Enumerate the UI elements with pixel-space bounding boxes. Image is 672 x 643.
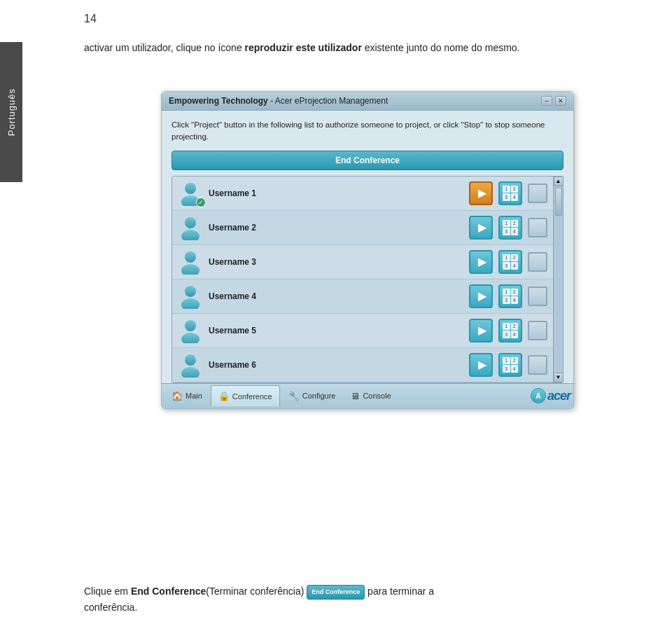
- tab-main[interactable]: 🏠Main: [164, 385, 209, 406]
- grid-button[interactable]: 1234: [498, 216, 522, 240]
- grid-cell: 4: [511, 193, 519, 201]
- scrollbar-thumb[interactable]: [555, 188, 562, 216]
- grid-cell: 4: [511, 262, 519, 270]
- bottom-text1: Clique em: [84, 586, 131, 597]
- grid-button[interactable]: 1234: [498, 319, 522, 343]
- user-icon: [178, 249, 203, 275]
- scrollbar-track: [554, 186, 563, 373]
- grid-cell: 3: [503, 331, 510, 338]
- svg-point-10: [185, 354, 196, 366]
- acer-logo: acer: [547, 389, 570, 403]
- stop-button[interactable]: [528, 184, 547, 203]
- title-normal: - Acer eProjection Management: [268, 96, 388, 106]
- close-button[interactable]: ✕: [555, 96, 566, 106]
- grid-button[interactable]: 1234: [498, 250, 522, 274]
- bottom-text4: conferência.: [84, 602, 137, 613]
- scrollbar-down-button[interactable]: ▼: [554, 373, 564, 382]
- grid-button[interactable]: 1234: [498, 284, 522, 308]
- app-window: Empowering Technology - Acer eProjection…: [161, 91, 574, 409]
- title-bar-text: Empowering Technology - Acer eProjection…: [169, 96, 388, 106]
- user-list-wrapper: ✓Username 1▶1234 Username 2▶1234: [172, 176, 564, 383]
- configure-tab-icon: 🔧: [288, 391, 300, 401]
- end-conference-button[interactable]: End Conference: [172, 151, 564, 170]
- svg-point-4: [185, 251, 196, 263]
- console-tab-label: Console: [363, 392, 391, 400]
- console-tab-icon: 🖥: [351, 391, 360, 401]
- grid-button[interactable]: 1234: [498, 181, 522, 205]
- user-icon-area: ✓: [178, 181, 203, 206]
- play-icon: ▶: [478, 358, 486, 371]
- stop-button[interactable]: [528, 321, 547, 340]
- grid-cell: 3: [503, 296, 510, 304]
- play-icon: ▶: [478, 221, 486, 234]
- stop-button[interactable]: [528, 286, 547, 306]
- svg-point-9: [181, 333, 200, 343]
- user-icon: [178, 215, 203, 240]
- user-row: Username 2▶1234: [172, 211, 553, 245]
- grid-cell: 3: [503, 365, 510, 373]
- grid-cell: 2: [511, 357, 519, 365]
- user-row: Username 3▶1234: [172, 245, 553, 279]
- svg-point-7: [181, 298, 200, 309]
- svg-point-3: [181, 230, 200, 240]
- tab-configure[interactable]: 🔧Configure: [281, 385, 343, 406]
- svg-point-6: [185, 286, 196, 297]
- configure-tab-label: Configure: [302, 392, 336, 400]
- user-icon-area: [178, 284, 203, 309]
- user-icon: [178, 284, 203, 309]
- play-button[interactable]: ▶: [469, 284, 493, 308]
- grid-cell: 3: [503, 262, 510, 270]
- grid-cell: 2: [511, 289, 519, 296]
- grid-cell: 1: [503, 323, 510, 331]
- username-label: Username 6: [209, 360, 463, 370]
- user-row: Username 6▶1234: [172, 348, 553, 382]
- svg-point-5: [181, 264, 200, 275]
- scrollbar-up-button[interactable]: ▲: [554, 177, 564, 186]
- bottom-tabs: 🏠Main🔒Conference🔧Configure🖥ConsoleAacer: [162, 383, 573, 408]
- grid-cell: 3: [503, 228, 510, 235]
- stop-button[interactable]: [528, 218, 547, 237]
- title-bold: Empowering Technology: [169, 96, 268, 106]
- grid-cell: 2: [511, 323, 519, 331]
- play-button[interactable]: ▶: [469, 353, 493, 377]
- stop-button[interactable]: [528, 252, 547, 272]
- svg-point-2: [185, 217, 196, 228]
- user-row: ✓Username 1▶1234: [172, 177, 553, 211]
- svg-point-8: [185, 320, 196, 331]
- grid-cell: 1: [503, 220, 510, 228]
- intro-text-part1: activar um utilizador, clique no ícone: [84, 42, 245, 53]
- play-button[interactable]: ▶: [469, 216, 493, 240]
- intro-text: activar um utilizador, clique no ícone r…: [84, 41, 651, 55]
- grid-cell: 2: [511, 186, 519, 193]
- play-icon: ▶: [478, 255, 486, 268]
- user-icon: [178, 318, 203, 343]
- grid-button[interactable]: 1234: [498, 353, 522, 377]
- circle-a-button[interactable]: A: [531, 388, 546, 403]
- stop-button[interactable]: [528, 355, 547, 375]
- main-tab-label: Main: [186, 392, 202, 400]
- user-row: Username 5▶1234: [172, 314, 553, 348]
- active-checkmark-badge: ✓: [196, 198, 206, 207]
- language-label: Português: [6, 88, 17, 136]
- play-button[interactable]: ▶: [469, 250, 493, 274]
- grid-cell: 4: [511, 296, 519, 304]
- intro-text-part2: existente junto do nome do mesmo.: [362, 42, 520, 53]
- user-list: ✓Username 1▶1234 Username 2▶1234: [172, 177, 553, 382]
- instruction-text: Click "Project" button in the following …: [172, 119, 564, 144]
- bottom-text3: para terminar a: [365, 586, 434, 597]
- username-label: Username 3: [209, 257, 463, 267]
- minimize-button[interactable]: ─: [541, 96, 552, 106]
- grid-cell: 4: [511, 365, 519, 373]
- play-button[interactable]: ▶: [469, 319, 493, 343]
- tab-console[interactable]: 🖥Console: [344, 385, 398, 406]
- play-button[interactable]: ▶: [469, 181, 493, 205]
- tab-conference[interactable]: 🔒Conference: [211, 385, 280, 406]
- user-icon-area: [178, 249, 203, 275]
- bottom-bold1: End Conference: [131, 586, 206, 597]
- username-label: Username 5: [209, 326, 463, 336]
- inline-end-conference-button: End Conference: [307, 585, 365, 599]
- scrollbar[interactable]: ▲ ▼: [553, 177, 563, 382]
- play-icon: ▶: [478, 186, 486, 200]
- title-bar: Empowering Technology - Acer eProjection…: [162, 92, 573, 111]
- grid-cell: 3: [503, 193, 510, 201]
